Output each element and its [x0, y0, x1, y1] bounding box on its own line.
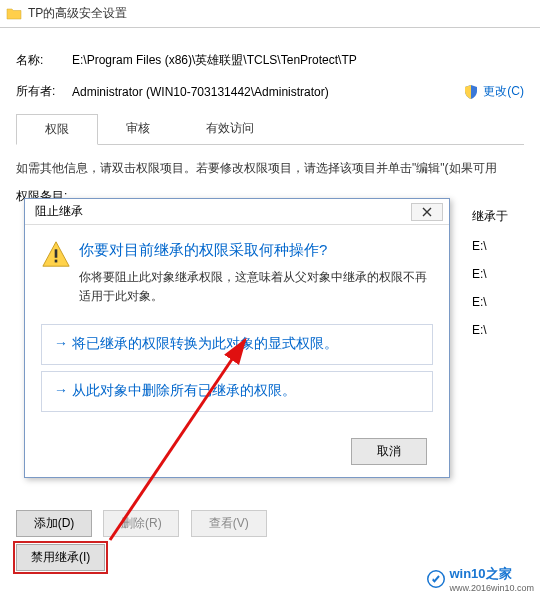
tab-effective-access[interactable]: 有效访问 [178, 114, 282, 144]
dialog-titlebar: 阻止继承 [25, 199, 449, 225]
name-label: 名称: [16, 52, 72, 69]
watermark-brand: win10之家 [449, 565, 534, 583]
change-owner-link[interactable]: 更改(C) [483, 83, 524, 100]
option-text: 将已继承的权限转换为此对象的显式权限。 [72, 335, 420, 354]
watermark-url: www.2016win10.com [449, 583, 534, 593]
tab-permissions[interactable]: 权限 [16, 114, 98, 145]
list-item[interactable]: E:\ [472, 267, 532, 281]
list-item[interactable]: E:\ [472, 295, 532, 309]
button-row-2: 禁用继承(I) [16, 544, 113, 571]
add-button[interactable]: 添加(D) [16, 510, 92, 537]
disable-inheritance-button[interactable]: 禁用继承(I) [16, 544, 105, 571]
name-value: E:\Program Files (x86)\英雄联盟\TCLS\TenProt… [72, 52, 524, 69]
tabs: 权限 审核 有效访问 [16, 114, 524, 145]
shield-icon [463, 84, 479, 100]
window-title: TP的高级安全设置 [28, 5, 127, 22]
window-body: 名称: E:\Program Files (x86)\英雄联盟\TCLS\Ten… [0, 28, 540, 205]
block-inheritance-dialog: 阻止继承 你要对目前继承的权限采取何种操作? 你将要阻止此对象继承权限，这意味着… [24, 198, 450, 478]
dialog-sub-text: 你将要阻止此对象继承权限，这意味着从父对象中继承的权限不再适用于此对象。 [79, 268, 433, 306]
folder-icon [6, 6, 22, 22]
list-item[interactable]: E:\ [472, 323, 532, 337]
svg-rect-1 [55, 260, 58, 263]
watermark-logo-icon [427, 570, 445, 588]
dialog-main-text: 你要对目前继承的权限采取何种操作? [79, 239, 433, 260]
arrow-right-icon: → [54, 382, 72, 401]
button-row-1: 添加(D) 删除(R) 查看(V) [16, 510, 275, 537]
close-icon [422, 207, 432, 217]
tab-auditing[interactable]: 审核 [98, 114, 178, 144]
dialog-close-button[interactable] [411, 203, 443, 221]
owner-value: Administrator (WIN10-703131442\Administr… [72, 85, 453, 99]
arrow-right-icon: → [54, 335, 72, 354]
option-convert-inherited[interactable]: → 将已继承的权限转换为此对象的显式权限。 [41, 324, 433, 365]
option-remove-inherited[interactable]: → 从此对象中删除所有已继承的权限。 [41, 371, 433, 412]
instructions-text: 如需其他信息，请双击权限项目。若要修改权限项目，请选择该项目并单击"编辑"(如果… [16, 159, 524, 178]
remove-button: 删除(R) [103, 510, 179, 537]
cancel-button[interactable]: 取消 [351, 438, 427, 465]
watermark: win10之家 www.2016win10.com [427, 565, 534, 593]
option-text: 从此对象中删除所有已继承的权限。 [72, 382, 420, 401]
dialog-title: 阻止继承 [35, 203, 83, 220]
warning-icon [41, 239, 79, 318]
inherited-from-header: 继承于 [472, 208, 532, 225]
list-item[interactable]: E:\ [472, 239, 532, 253]
owner-label: 所有者: [16, 83, 72, 100]
window-titlebar: TP的高级安全设置 [0, 0, 540, 28]
svg-rect-0 [55, 249, 58, 257]
inherited-from-column: 继承于 E:\ E:\ E:\ E:\ [472, 208, 532, 351]
view-button: 查看(V) [191, 510, 267, 537]
